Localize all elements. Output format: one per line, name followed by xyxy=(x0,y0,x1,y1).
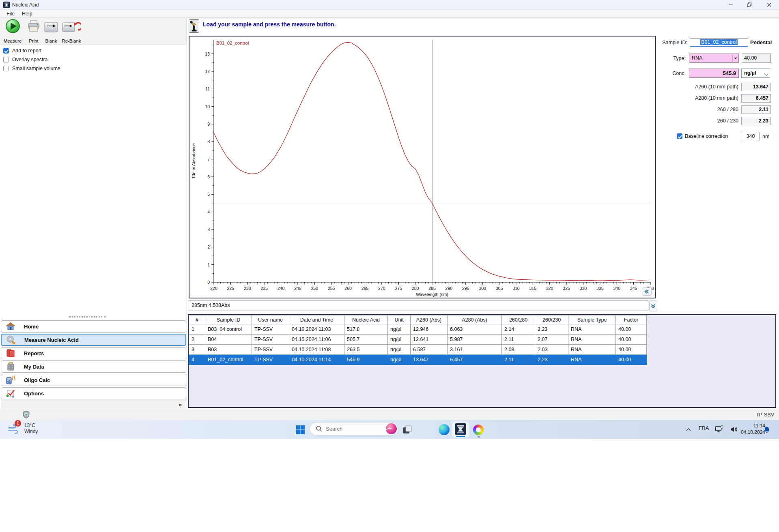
table-cell[interactable]: 3.161 xyxy=(448,345,502,355)
table-cell[interactable]: 2.07 xyxy=(535,335,568,345)
edge-browser-button[interactable] xyxy=(438,424,450,435)
table-cell[interactable]: 04.10.2024 11:08 xyxy=(289,345,344,355)
bing-daily-image[interactable] xyxy=(386,423,397,434)
table-cell[interactable]: 2.23 xyxy=(535,355,568,365)
search-input[interactable] xyxy=(326,426,370,432)
splitter-handle[interactable] xyxy=(69,316,105,317)
reblank-button[interactable]: Re-Blank xyxy=(60,19,83,44)
table-cell[interactable]: 2.11 xyxy=(502,355,535,365)
checkbox-icon[interactable] xyxy=(3,66,9,71)
checkbox-icon[interactable] xyxy=(677,133,682,139)
table-cell[interactable]: 12.641 xyxy=(411,335,448,345)
table-cell[interactable]: ng/µl xyxy=(388,355,411,365)
conc-field[interactable]: 545.9 xyxy=(689,69,739,78)
notification-center-button[interactable] xyxy=(762,425,772,435)
table-cell[interactable]: B04 xyxy=(205,335,252,345)
column-header[interactable]: Sample ID xyxy=(205,315,252,324)
column-header[interactable]: Nucleic Acid xyxy=(344,315,388,324)
table-cell[interactable]: 2.14 xyxy=(502,324,535,335)
column-header[interactable]: Unit xyxy=(388,315,411,324)
print-button[interactable]: Print xyxy=(25,19,42,44)
table-cell[interactable]: ng/µl xyxy=(388,335,411,345)
close-button[interactable] xyxy=(760,0,778,10)
column-header[interactable]: 260/280 xyxy=(502,315,535,324)
table-cell[interactable]: 4 xyxy=(189,355,205,365)
menu-file[interactable]: File xyxy=(4,11,17,17)
table-cell[interactable]: B03 xyxy=(205,345,252,355)
baseline-wavelength-field[interactable]: 340 xyxy=(742,132,760,141)
restore-button[interactable] xyxy=(740,0,758,10)
table-cell[interactable]: 2.03 xyxy=(535,345,568,355)
factor-field[interactable]: 40.00 xyxy=(742,54,771,63)
sidebar-item-home[interactable]: Home xyxy=(1,320,186,332)
checkbox-small-sample-volume[interactable]: Small sample volume xyxy=(3,65,60,72)
language-indicator[interactable]: FRA xyxy=(699,425,709,431)
checkbox-overlay-spectra[interactable]: Overlay spectra xyxy=(3,56,48,63)
table-cell[interactable]: 2.08 xyxy=(502,345,535,355)
table-cell[interactable]: 13.647 xyxy=(411,355,448,365)
sample-id-input[interactable]: B01_02_control xyxy=(690,38,748,47)
column-header[interactable]: Factor xyxy=(616,315,647,324)
task-view-button[interactable] xyxy=(402,424,413,435)
column-header[interactable]: A260 (Abs) xyxy=(411,315,448,324)
table-cell[interactable]: 04.10.2024 11:03 xyxy=(289,324,344,335)
table-cell[interactable]: TP-SSV xyxy=(252,345,289,355)
volume-button[interactable] xyxy=(729,425,739,434)
table-cell[interactable]: 1 xyxy=(189,324,205,335)
sidebar-item-reports[interactable]: Reports xyxy=(1,347,186,359)
table-cell[interactable]: 517.8 xyxy=(344,324,388,335)
table-cell[interactable]: 40.00 xyxy=(616,335,647,345)
table-cell[interactable]: B01_02_control xyxy=(205,355,252,365)
weather-widget[interactable]: 1 13°CWindy xyxy=(7,422,38,435)
table-row[interactable]: 3B03TP-SSV04.10.2024 11:08263.5ng/µl6.58… xyxy=(189,345,647,355)
table-cell[interactable]: B03_04 control xyxy=(205,324,252,335)
table-row[interactable]: 4B01_02_controlTP-SSV04.10.2024 11:14545… xyxy=(189,355,647,365)
table-cell[interactable]: TP-SSV xyxy=(252,335,289,345)
paint-app-button[interactable] xyxy=(473,424,484,435)
collapse-left-button[interactable] xyxy=(642,287,652,296)
column-header[interactable]: User name xyxy=(252,315,289,324)
start-button[interactable] xyxy=(295,424,306,435)
table-cell[interactable]: RNA xyxy=(568,324,616,335)
table-cell[interactable]: TP-SSV xyxy=(252,355,289,365)
checkbox-add-to-report[interactable]: Add to report xyxy=(3,47,41,54)
table-cell[interactable]: 40.00 xyxy=(616,324,647,335)
column-header[interactable]: Sample Type xyxy=(568,315,616,324)
blank-button[interactable]: Blank xyxy=(43,19,59,44)
table-cell[interactable]: 04.10.2024 11:06 xyxy=(289,335,344,345)
table-cell[interactable]: RNA xyxy=(568,335,616,345)
baseline-correction-row[interactable]: Baseline correction xyxy=(677,133,728,139)
table-cell[interactable]: 2.23 xyxy=(535,324,568,335)
unit-dropdown[interactable]: ng/µl xyxy=(741,69,770,78)
sidebar-item-oligo-calc[interactable]: Oligo Calc xyxy=(1,374,186,386)
table-cell[interactable]: ng/µl xyxy=(388,324,411,335)
table-cell[interactable]: 545.9 xyxy=(344,355,388,365)
clock[interactable]: 11:14 04.10.2024 xyxy=(741,423,765,435)
table-cell[interactable]: 04.10.2024 11:14 xyxy=(289,355,344,365)
sidebar-item-options[interactable]: Options xyxy=(1,387,186,399)
table-cell[interactable]: TP-SSV xyxy=(252,324,289,335)
nucleic-acid-app-button[interactable] xyxy=(452,421,469,438)
table-cell[interactable]: 40.00 xyxy=(616,345,647,355)
table-cell[interactable]: 5.987 xyxy=(448,335,502,345)
table-cell[interactable]: 3 xyxy=(189,345,205,355)
table-cell[interactable]: 6.587 xyxy=(411,345,448,355)
table-cell[interactable]: 6.063 xyxy=(448,324,502,335)
measure-button[interactable]: Measure xyxy=(2,19,24,44)
expand-down-button[interactable] xyxy=(649,300,657,311)
checkbox-icon[interactable] xyxy=(3,48,9,54)
table-cell[interactable]: ng/µl xyxy=(388,345,411,355)
table-cell[interactable]: 2 xyxy=(189,335,205,345)
column-header[interactable]: A280 (Abs) xyxy=(448,315,502,324)
column-header[interactable]: # xyxy=(189,315,205,324)
table-cell[interactable]: 6.457 xyxy=(448,355,502,365)
table-cell[interactable]: RNA xyxy=(568,345,616,355)
table-cell[interactable]: 40.00 xyxy=(616,355,647,365)
table-cell[interactable]: 263.5 xyxy=(344,345,388,355)
menu-help[interactable]: Help xyxy=(19,11,35,17)
tray-expand-button[interactable] xyxy=(684,425,693,434)
column-header[interactable]: 260/230 xyxy=(535,315,568,324)
sidebar-item-my-data[interactable]: My Data xyxy=(1,360,186,373)
table-cell[interactable]: 12.946 xyxy=(411,324,448,335)
nav-expander-bar[interactable]: » xyxy=(1,401,186,410)
